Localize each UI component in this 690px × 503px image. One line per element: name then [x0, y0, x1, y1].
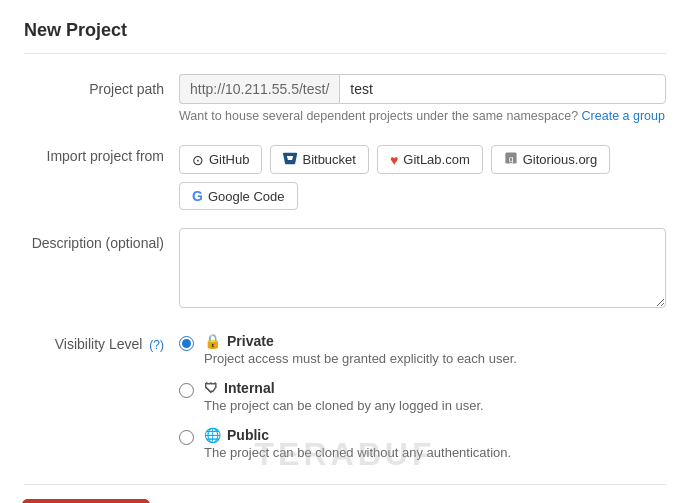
page-container: New Project Project path http://10.211.5…: [0, 0, 690, 503]
github-icon: ⊙: [192, 152, 204, 168]
radio-group: 🔒 Private Project access must be granted…: [179, 329, 666, 460]
import-buttons-wrapper: ⊙ GitHub Bitbucket ♥ GitLab.com g: [179, 141, 666, 210]
public-description: The project can be cloned without any au…: [204, 445, 511, 460]
project-path-row: http://10.211.55.5/test/: [179, 74, 666, 104]
github-label: GitHub: [209, 152, 249, 167]
private-description: Project access must be granted explicitl…: [204, 351, 517, 366]
shield-icon: 🛡: [204, 380, 218, 396]
lock-icon: 🔒: [204, 333, 221, 349]
gitorious-label: Gitorious.org: [523, 152, 597, 167]
internal-label: Internal: [224, 380, 275, 396]
gitorious-icon: g: [504, 151, 518, 168]
project-path-wrapper: http://10.211.55.5/test/ Want to house s…: [179, 74, 666, 123]
globe-icon: 🌐: [204, 427, 221, 443]
gitlab-icon: ♥: [390, 152, 398, 168]
project-path-group: Project path http://10.211.55.5/test/ Wa…: [24, 74, 666, 123]
import-project-group: Import project from ⊙ GitHub Bitbucket ♥…: [24, 141, 666, 210]
import-gitlab-button[interactable]: ♥ GitLab.com: [377, 145, 483, 174]
description-group: Description (optional): [24, 228, 666, 311]
public-title: 🌐 Public: [204, 427, 511, 443]
svg-text:g: g: [508, 154, 513, 164]
visibility-public-radio[interactable]: [179, 430, 194, 445]
visibility-internal-option[interactable]: 🛡 Internal The project can be cloned by …: [179, 380, 666, 413]
import-github-button[interactable]: ⊙ GitHub: [179, 145, 262, 174]
project-path-label: Project path: [24, 74, 179, 97]
public-content: 🌐 Public The project can be cloned witho…: [204, 427, 511, 460]
visibility-label: Visibility Level (?): [24, 329, 179, 352]
import-bitbucket-button[interactable]: Bitbucket: [270, 145, 368, 174]
internal-content: 🛡 Internal The project can be cloned by …: [204, 380, 484, 413]
gitlab-label: GitLab.com: [403, 152, 469, 167]
bitbucket-label: Bitbucket: [302, 152, 355, 167]
internal-description: The project can be cloned by any logged …: [204, 398, 484, 413]
import-googlecode-button[interactable]: G Google Code: [179, 182, 298, 210]
bitbucket-icon: [283, 151, 297, 168]
import-project-label: Import project from: [24, 141, 179, 164]
description-textarea[interactable]: [179, 228, 666, 308]
description-wrapper: [179, 228, 666, 311]
visibility-options-wrapper: 🔒 Private Project access must be granted…: [179, 329, 666, 460]
visibility-internal-radio[interactable]: [179, 383, 194, 398]
form-actions: Create project: [24, 484, 666, 503]
private-title: 🔒 Private: [204, 333, 517, 349]
project-name-input[interactable]: [339, 74, 666, 104]
googlecode-icon: G: [192, 188, 203, 204]
visibility-group: Visibility Level (?) 🔒 Private Project a…: [24, 329, 666, 460]
path-prefix: http://10.211.55.5/test/: [179, 74, 339, 104]
public-label: Public: [227, 427, 269, 443]
internal-title: 🛡 Internal: [204, 380, 484, 396]
private-label: Private: [227, 333, 274, 349]
visibility-hint-link[interactable]: (?): [149, 338, 164, 352]
private-content: 🔒 Private Project access must be granted…: [204, 333, 517, 366]
create-group-link[interactable]: Create a group: [582, 109, 665, 123]
visibility-private-option[interactable]: 🔒 Private Project access must be granted…: [179, 333, 666, 366]
import-gitorious-button[interactable]: g Gitorious.org: [491, 145, 610, 174]
visibility-private-radio[interactable]: [179, 336, 194, 351]
googlecode-label: Google Code: [208, 189, 285, 204]
page-title: New Project: [24, 20, 666, 54]
description-label: Description (optional): [24, 228, 179, 251]
import-buttons: ⊙ GitHub Bitbucket ♥ GitLab.com g: [179, 141, 666, 210]
project-path-hint: Want to house several dependent projects…: [179, 109, 666, 123]
visibility-public-option[interactable]: 🌐 Public The project can be cloned witho…: [179, 427, 666, 460]
